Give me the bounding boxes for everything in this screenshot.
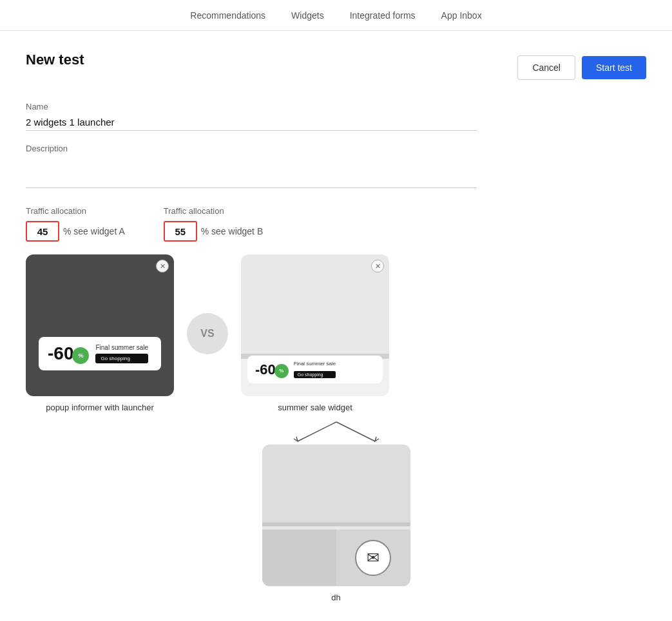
name-label: Name (26, 102, 646, 111)
traffic-input-row-b: % see widget B (164, 221, 264, 242)
envelope-icon: ✉ (367, 549, 379, 567)
traffic-label-a: Traffic allocation (26, 206, 125, 216)
page-title: New test (26, 52, 84, 68)
traffic-input-b[interactable] (164, 221, 197, 242)
widget-c-bottom-area: ✉ (262, 530, 410, 586)
split-arrows-icon (278, 419, 394, 444)
name-input[interactable] (26, 114, 477, 131)
widget-b-card: ✕ -60% Final summer sale Go shopping sum… (241, 254, 389, 412)
widget-b-sale-btn[interactable]: Go shopping (294, 371, 336, 378)
traffic-group-b: Traffic allocation % see widget B (164, 206, 264, 242)
widget-c-card: ✉ dh (262, 444, 410, 602)
traffic-suffix-a: % see widget A (63, 226, 125, 236)
widget-c-preview[interactable]: ✉ (262, 444, 410, 586)
widget-b-sale-info: Final summer sale Go shopping (294, 361, 336, 378)
nav-widgets[interactable]: Widgets (291, 8, 324, 23)
widget-b-sale-badge: -60% (255, 361, 289, 378)
widgets-comparison-section: ✕ -60% Final summer sale Go shopping pop… (26, 254, 646, 412)
widget-c-bottom-right: ✉ (336, 530, 410, 586)
start-test-button[interactable]: Start test (582, 56, 646, 79)
widget-b-percent: % (274, 364, 289, 378)
widget-b-name: summer sale widget (278, 403, 352, 412)
widget-a-name: popup informer with launcher (46, 403, 154, 412)
widget-a-card: ✕ -60% Final summer sale Go shopping pop… (26, 254, 174, 412)
nav-integrated-forms[interactable]: Integrated forms (350, 8, 416, 23)
vs-separator: VS (187, 313, 228, 354)
widget-a-sale-badge: -60% (48, 343, 89, 364)
traffic-allocation-row: Traffic allocation % see widget A Traffi… (26, 206, 646, 242)
widget-a-sale-title: Final summer sale (95, 344, 148, 351)
page-content: New test Cancel Start test Name Descript… (0, 31, 672, 621)
widget-a-percent: % (72, 347, 89, 364)
widget-c-top-bar (262, 444, 410, 522)
page-header: New test Cancel Start test (26, 52, 646, 84)
mail-launcher-icon[interactable]: ✉ (355, 540, 391, 576)
widget-a-close-icon[interactable]: ✕ (156, 260, 169, 272)
name-field-group: Name (26, 102, 646, 131)
widget-b-close-icon[interactable]: ✕ (371, 260, 384, 272)
header-actions: Cancel Start test (517, 55, 646, 80)
top-navigation: Recommendations Widgets Integrated forms… (0, 0, 672, 31)
description-label: Description (26, 144, 646, 153)
widget-b-sale-title: Final summer sale (294, 361, 336, 367)
traffic-label-b: Traffic allocation (164, 206, 264, 216)
widget-a-sale-info: Final summer sale Go shopping (95, 344, 148, 363)
description-field-group: Description (26, 144, 646, 191)
traffic-suffix-b: % see widget B (201, 226, 264, 236)
widget-b-preview[interactable]: ✕ -60% Final summer sale Go shopping (241, 254, 389, 396)
widget-c-name: dh (331, 593, 340, 602)
cancel-button[interactable]: Cancel (517, 55, 575, 80)
widget-b-sale-popup: -60% Final summer sale Go shopping (247, 356, 383, 383)
description-input[interactable] (26, 156, 477, 188)
widget-b-top-area (241, 254, 389, 354)
traffic-group-a: Traffic allocation % see widget A (26, 206, 125, 242)
traffic-input-row-a: % see widget A (26, 221, 125, 242)
nav-recommendations[interactable]: Recommendations (190, 8, 265, 23)
widget-c-bottom-left (262, 530, 336, 586)
widget-a-popup: -60% Final summer sale Go shopping (39, 337, 161, 370)
widget-a-sale-btn[interactable]: Go shopping (95, 354, 148, 363)
nav-app-inbox[interactable]: App Inbox (441, 8, 482, 23)
widget-c-middle-bar (262, 522, 410, 526)
bottom-section: ✉ dh (26, 419, 646, 602)
widget-a-preview[interactable]: ✕ -60% Final summer sale Go shopping (26, 254, 174, 396)
traffic-input-a[interactable] (26, 221, 59, 242)
